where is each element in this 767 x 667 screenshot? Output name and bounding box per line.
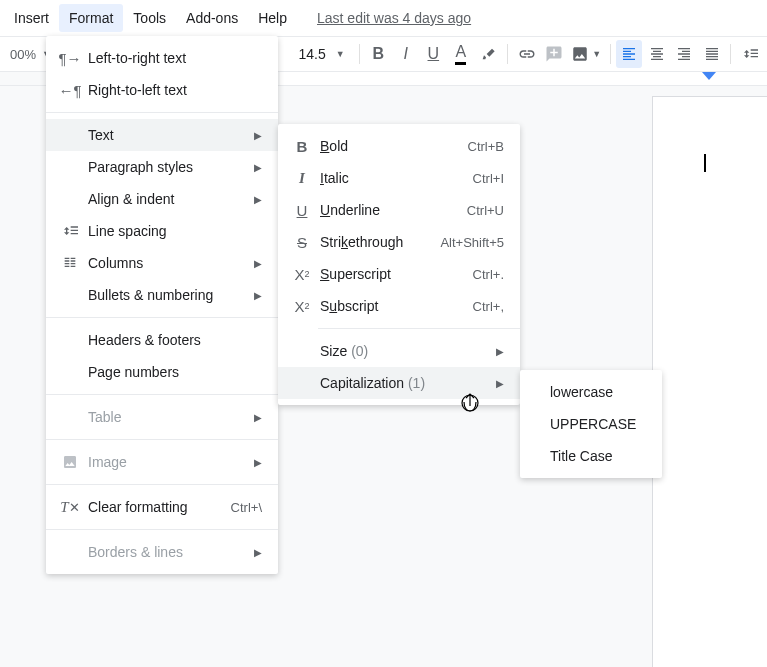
separator [46, 529, 278, 530]
mi-bold[interactable]: B Bold Ctrl+B [278, 130, 520, 162]
mi-label: Underline [314, 202, 467, 218]
mi-ltr-text[interactable]: ¶→ Left-to-right text [46, 42, 278, 74]
image-icon [58, 454, 82, 470]
highlight-button[interactable] [476, 40, 502, 68]
insert-link-button[interactable] [514, 40, 540, 68]
mi-italic[interactable]: I Italic Ctrl+I [278, 162, 520, 194]
mi-subscript[interactable]: X2 Subscript Ctrl+, [278, 290, 520, 322]
mi-titlecase[interactable]: Title Case [520, 440, 662, 472]
menu-format[interactable]: Format [59, 4, 123, 32]
mi-label: Left-to-right text [82, 50, 262, 66]
menu-help[interactable]: Help [248, 4, 297, 32]
bold-icon: B [290, 138, 314, 155]
mi-paragraph-styles[interactable]: Paragraph styles ▶ [46, 151, 278, 183]
align-center-button[interactable] [644, 40, 670, 68]
mi-columns[interactable]: Columns ▶ [46, 247, 278, 279]
chevron-right-icon: ▶ [254, 457, 262, 468]
underline-button[interactable]: U [421, 40, 447, 68]
link-icon [518, 45, 536, 63]
menu-tools[interactable]: Tools [123, 4, 176, 32]
mi-label: Clear formatting [82, 499, 231, 515]
chevron-right-icon: ▶ [496, 346, 504, 357]
subscript-icon: X2 [290, 298, 314, 315]
mi-label: Headers & footers [82, 332, 262, 348]
capitalization-submenu: lowercase UPPERCASE Title Case [520, 370, 662, 478]
superscript-icon: X2 [290, 266, 314, 283]
mi-shortcut: Ctrl+, [473, 299, 504, 314]
mi-text[interactable]: Text ▶ [46, 119, 278, 151]
mi-align-indent[interactable]: Align & indent ▶ [46, 183, 278, 215]
clear-format-icon: T✕ [58, 499, 82, 516]
mi-strikethrough[interactable]: S Strikethrough Alt+Shift+5 [278, 226, 520, 258]
mi-label: Bold [314, 138, 468, 154]
mi-line-spacing[interactable]: Line spacing [46, 215, 278, 247]
mi-clear-formatting[interactable]: T✕ Clear formatting Ctrl+\ [46, 491, 278, 523]
mi-shortcut: Ctrl+I [473, 171, 504, 186]
mi-shortcut: Ctrl+\ [231, 500, 262, 515]
separator [318, 328, 520, 329]
mi-bullets-numbering[interactable]: Bullets & numbering ▶ [46, 279, 278, 311]
chevron-right-icon: ▶ [254, 130, 262, 141]
menu-addons[interactable]: Add-ons [176, 4, 248, 32]
line-spacing-icon [58, 223, 82, 239]
menubar: Insert Format Tools Add-ons Help Last ed… [0, 0, 767, 36]
mi-label: Page numbers [82, 364, 262, 380]
mi-label: Right-to-left text [82, 82, 262, 98]
chevron-right-icon: ▶ [254, 162, 262, 173]
align-right-button[interactable] [671, 40, 697, 68]
fontsize-select[interactable]: 14.5 ▼ [290, 46, 352, 62]
mi-label: Table [82, 409, 254, 425]
mi-label: lowercase [532, 384, 646, 400]
add-comment-button[interactable] [541, 40, 567, 68]
menu-insert[interactable]: Insert [4, 4, 59, 32]
highlighter-icon [480, 46, 496, 62]
separator [730, 44, 731, 64]
mi-shortcut: Alt+Shift+5 [440, 235, 504, 250]
mi-label: Line spacing [82, 223, 262, 239]
mi-label: Borders & lines [82, 544, 254, 560]
mi-capitalization[interactable]: Capitalization (1) ▶ [278, 367, 520, 399]
fontsize-value: 14.5 [298, 46, 325, 62]
mi-label: Superscript [314, 266, 473, 282]
bold-button[interactable]: B [366, 40, 392, 68]
document-page[interactable] [652, 96, 767, 667]
mi-rtl-text[interactable]: ←¶ Right-to-left text [46, 74, 278, 106]
align-center-icon [649, 46, 665, 62]
last-edit-link[interactable]: Last edit was 4 days ago [317, 10, 471, 26]
mi-shortcut: Ctrl+. [473, 267, 504, 282]
italic-icon: I [290, 170, 314, 187]
underline-icon: U [290, 202, 314, 219]
mi-label: Title Case [532, 448, 646, 464]
align-left-button[interactable] [616, 40, 642, 68]
mi-headers-footers[interactable]: Headers & footers [46, 324, 278, 356]
align-left-icon [621, 46, 637, 62]
mi-size[interactable]: Size (0) ▶ [278, 335, 520, 367]
mi-lowercase[interactable]: lowercase [520, 376, 662, 408]
insert-image-button[interactable]: ▼ [569, 40, 604, 68]
mi-page-numbers[interactable]: Page numbers [46, 356, 278, 388]
mi-superscript[interactable]: X2 Superscript Ctrl+. [278, 258, 520, 290]
mi-underline[interactable]: U Underline Ctrl+U [278, 194, 520, 226]
line-spacing-button[interactable] [737, 40, 763, 68]
strikethrough-icon: S [290, 234, 314, 251]
separator [507, 44, 508, 64]
rtl-icon: ←¶ [58, 82, 82, 99]
caret-down-icon: ▼ [592, 49, 601, 59]
image-icon [571, 45, 589, 63]
mi-label: Subscript [314, 298, 473, 314]
mi-borders-lines: Borders & lines ▶ [46, 536, 278, 568]
text-submenu: B Bold Ctrl+B I Italic Ctrl+I U Underlin… [278, 124, 520, 405]
italic-button[interactable]: I [393, 40, 419, 68]
text-cursor [704, 154, 706, 172]
align-right-icon [676, 46, 692, 62]
chevron-right-icon: ▶ [254, 194, 262, 205]
caret-down-icon: ▼ [336, 49, 345, 59]
mi-label: UPPERCASE [532, 416, 646, 432]
mi-image: Image ▶ [46, 446, 278, 478]
align-justify-button[interactable] [699, 40, 725, 68]
mi-uppercase[interactable]: UPPERCASE [520, 408, 662, 440]
text-color-button[interactable]: A [448, 40, 474, 68]
chevron-right-icon: ▶ [254, 412, 262, 423]
mi-label: Paragraph styles [82, 159, 254, 175]
mi-label: Columns [82, 255, 254, 271]
